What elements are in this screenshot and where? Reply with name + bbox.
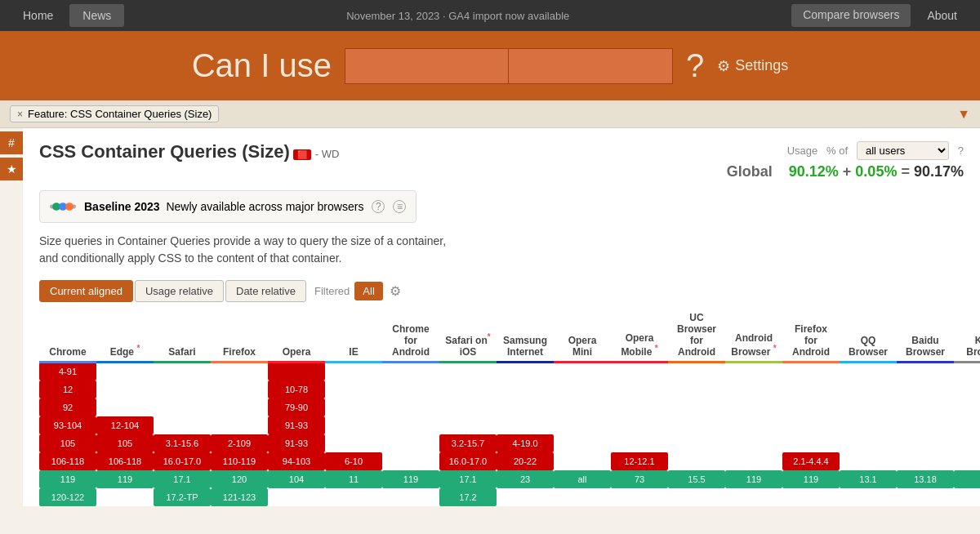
table-row[interactable]: [554, 380, 611, 398]
table-row[interactable]: 119: [96, 470, 154, 488]
table-row[interactable]: 73: [611, 470, 668, 488]
table-row[interactable]: 91-93: [268, 434, 325, 452]
table-row[interactable]: [382, 363, 439, 380]
table-row[interactable]: 20-22: [497, 452, 554, 470]
table-row[interactable]: [554, 363, 611, 380]
table-row[interactable]: 106-118: [96, 452, 154, 470]
table-row[interactable]: 17.1: [439, 470, 497, 488]
table-row[interactable]: [611, 398, 668, 416]
table-row[interactable]: [211, 380, 268, 398]
table-row[interactable]: [782, 363, 840, 380]
table-row[interactable]: [554, 488, 611, 506]
table-row[interactable]: [668, 398, 725, 416]
compare-browsers-btn[interactable]: Compare browsers: [791, 4, 911, 27]
table-row[interactable]: [840, 380, 897, 398]
table-row[interactable]: [497, 488, 554, 506]
breadcrumb-close-btn[interactable]: ×: [17, 109, 23, 120]
table-row[interactable]: [725, 488, 782, 506]
tab-current-aligned[interactable]: Current aligned: [39, 280, 133, 302]
table-row[interactable]: [954, 416, 980, 434]
table-row[interactable]: [897, 452, 954, 470]
table-row[interactable]: 6-10: [325, 452, 382, 470]
table-row[interactable]: [211, 416, 268, 434]
table-row[interactable]: 12-12.1: [611, 452, 668, 470]
table-row[interactable]: 120: [211, 470, 268, 488]
table-row[interactable]: 106-118: [39, 452, 96, 470]
table-row[interactable]: [725, 398, 782, 416]
table-row[interactable]: 4-19.0: [497, 434, 554, 452]
table-row[interactable]: [382, 434, 439, 452]
table-row[interactable]: 92: [39, 398, 96, 416]
table-row[interactable]: [668, 452, 725, 470]
table-row[interactable]: 23: [497, 470, 554, 488]
table-row[interactable]: [954, 363, 980, 380]
home-nav-btn[interactable]: Home: [10, 4, 66, 27]
table-row[interactable]: 3.1-15.6: [154, 434, 211, 452]
table-row[interactable]: [611, 434, 668, 452]
table-row[interactable]: [840, 416, 897, 434]
table-row[interactable]: [439, 398, 497, 416]
table-row[interactable]: [211, 398, 268, 416]
table-row[interactable]: 15.5: [668, 470, 725, 488]
table-row[interactable]: 105: [39, 434, 96, 452]
table-row[interactable]: [782, 488, 840, 506]
table-row[interactable]: [611, 363, 668, 380]
table-row[interactable]: [840, 363, 897, 380]
table-row[interactable]: 12: [39, 380, 96, 398]
table-row[interactable]: 93-104: [39, 416, 96, 434]
table-row[interactable]: [954, 488, 980, 506]
table-row[interactable]: [782, 434, 840, 452]
table-row[interactable]: 119: [382, 470, 439, 488]
table-row[interactable]: 10-78: [268, 380, 325, 398]
tab-usage-relative[interactable]: Usage relative: [135, 280, 224, 302]
table-row[interactable]: [96, 363, 154, 380]
table-row[interactable]: [325, 488, 382, 506]
table-row[interactable]: [382, 488, 439, 506]
table-row[interactable]: [554, 398, 611, 416]
table-row[interactable]: [840, 434, 897, 452]
table-row[interactable]: [382, 452, 439, 470]
table-row[interactable]: [840, 488, 897, 506]
table-row[interactable]: 119: [725, 470, 782, 488]
table-row[interactable]: [154, 416, 211, 434]
table-row[interactable]: [725, 363, 782, 380]
table-row[interactable]: 17.2: [439, 488, 497, 506]
table-row[interactable]: 79-90: [268, 398, 325, 416]
news-nav-btn[interactable]: News: [69, 4, 124, 27]
table-row[interactable]: 2-109: [211, 434, 268, 452]
table-row[interactable]: [268, 363, 325, 380]
table-row[interactable]: [725, 452, 782, 470]
table-row[interactable]: [725, 434, 782, 452]
table-row[interactable]: all: [554, 470, 611, 488]
table-row[interactable]: [497, 363, 554, 380]
table-row[interactable]: 119: [39, 470, 96, 488]
baseline-info-icon[interactable]: ≡: [393, 200, 406, 213]
table-row[interactable]: [897, 416, 954, 434]
table-row[interactable]: [668, 416, 725, 434]
table-row[interactable]: [382, 416, 439, 434]
table-settings-gear-icon[interactable]: ⚙: [390, 283, 401, 299]
table-row[interactable]: 94-103: [268, 452, 325, 470]
table-row[interactable]: [439, 380, 497, 398]
table-row[interactable]: [497, 398, 554, 416]
table-row[interactable]: [325, 380, 382, 398]
table-row[interactable]: [325, 398, 382, 416]
table-row[interactable]: 16.0-17.0: [154, 452, 211, 470]
all-filter-btn[interactable]: All: [354, 282, 382, 300]
table-row[interactable]: [325, 416, 382, 434]
table-row[interactable]: [897, 398, 954, 416]
table-row[interactable]: [96, 398, 154, 416]
tab-date-relative[interactable]: Date relative: [225, 280, 306, 302]
table-row[interactable]: 11: [325, 470, 382, 488]
table-row[interactable]: [554, 416, 611, 434]
table-row[interactable]: [782, 398, 840, 416]
table-row[interactable]: [611, 380, 668, 398]
search-input-2[interactable]: [509, 49, 672, 83]
table-row[interactable]: [268, 488, 325, 506]
table-row[interactable]: [897, 363, 954, 380]
table-row[interactable]: [897, 434, 954, 452]
table-row[interactable]: [154, 380, 211, 398]
table-row[interactable]: [96, 488, 154, 506]
table-row[interactable]: [954, 398, 980, 416]
table-row[interactable]: 104: [268, 470, 325, 488]
